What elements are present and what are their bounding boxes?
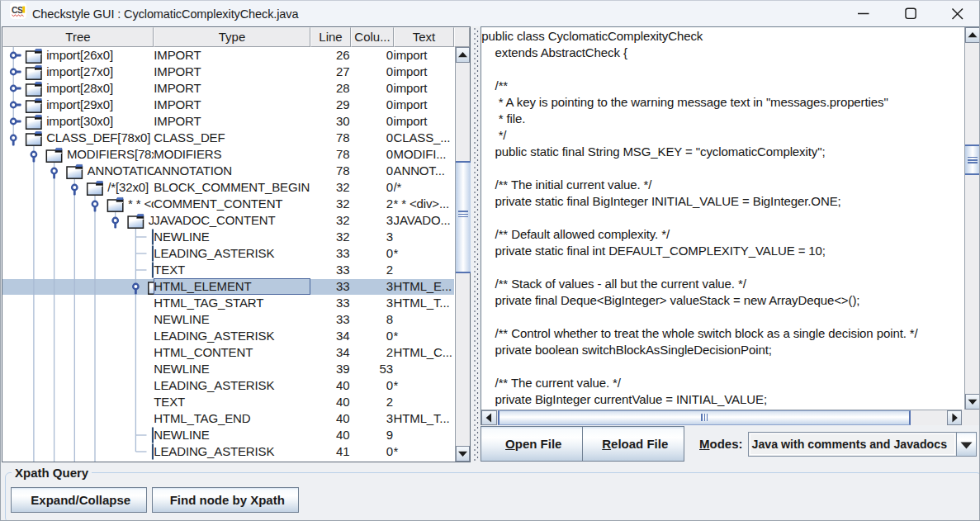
svg-text:CS: CS [12,4,23,14]
